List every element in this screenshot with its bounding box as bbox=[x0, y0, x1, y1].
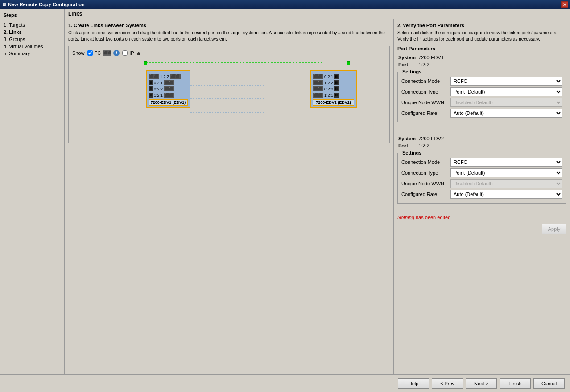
port-parameters-label: Port Parameters bbox=[397, 46, 566, 51]
system-label-edv2: 7200-EDV2 (EDV2) bbox=[313, 99, 354, 106]
apply-area: Apply bbox=[397, 224, 566, 234]
sidebar-item-links[interactable]: 2. Links bbox=[2, 29, 62, 36]
sidebar-title: Steps bbox=[2, 12, 62, 18]
show-bar: Show FC ⬛⬛ i IP 🖥 bbox=[72, 50, 386, 56]
system-label-1: System bbox=[398, 55, 417, 61]
content-area: Steps 1. Targets 2. Links 3. Groups 4. V… bbox=[0, 9, 570, 374]
unique-wwn-select-edv2[interactable]: Disabled (Default) Enabled bbox=[450, 179, 562, 188]
fc-icon: ⬛⬛ bbox=[103, 50, 111, 56]
settings-row-edv2-connmode: Connection Mode RCFC RCIP bbox=[401, 158, 562, 167]
sidebar-item-targets[interactable]: 1. Targets bbox=[2, 21, 62, 29]
sidebar-item-summary[interactable]: 5. Summary bbox=[2, 50, 62, 57]
conn-mode-label-edv2: Connection Mode bbox=[401, 159, 450, 165]
sidebar-item-virtual-volumes[interactable]: 4. Virtual Volumes bbox=[2, 43, 62, 50]
conf-rate-label-edv2: Configured Rate bbox=[401, 192, 450, 197]
system-label-2: System bbox=[398, 136, 417, 142]
port-info-table-edv2: System 7200-EDV2 Port 1:2:2 bbox=[397, 135, 446, 150]
sidebar-item-groups[interactable]: 3. Groups bbox=[2, 36, 62, 43]
show-label: Show bbox=[72, 50, 85, 56]
two-col-layout: 1. Create Links Between Systems Click a … bbox=[65, 19, 570, 374]
port-row-edv2-022: ⬛⬛ 0:2:2 🖥 bbox=[313, 86, 354, 91]
section1-title: 1. Create Links Between Systems bbox=[68, 23, 390, 28]
green-dot-left bbox=[144, 61, 147, 66]
right-port-edv1-122: ⬛⬛ bbox=[170, 74, 181, 79]
left-content: 1. Create Links Between Systems Click a … bbox=[65, 19, 394, 374]
unique-wwn-select-edv1[interactable]: Disabled (Default) Enabled bbox=[450, 98, 562, 107]
port-system-info-edv1: System 7200-EDV1 Port 1:2:2 bbox=[397, 54, 566, 69]
ip-checkbox[interactable] bbox=[122, 50, 128, 56]
unique-wwn-label-edv2: Unique Node WWN bbox=[401, 181, 450, 186]
port-row-edv2-121: ⬛⬛ 1:2:1 🖥 bbox=[313, 93, 354, 98]
green-dot-right bbox=[347, 61, 350, 66]
conf-rate-select-edv2[interactable]: Auto (Default) 1 Gbps 2 Gbps 4 Gbps 8 Gb… bbox=[450, 190, 562, 199]
conn-type-select-edv2[interactable]: Point (Default) Fabric bbox=[450, 168, 562, 177]
settings-row-edv1-wwn: Unique Node WWN Disabled (Default) Enabl… bbox=[401, 98, 562, 107]
main-container: Steps 1. Targets 2. Links 3. Groups 4. V… bbox=[0, 9, 570, 392]
settings-row-edv1-conntype: Connection Type Point (Default) Fabric bbox=[401, 87, 562, 96]
port-row-edv1-021: 🖥 0:2:1 ⬛⬛ bbox=[149, 80, 188, 85]
settings-row-edv1-rate: Configured Rate Auto (Default) 1 Gbps 2 … bbox=[401, 109, 562, 118]
port-system-info-edv2: System 7200-EDV2 Port 1:2:2 bbox=[397, 135, 566, 150]
port-value-edv2: 1:2:2 bbox=[418, 143, 446, 149]
window-title: New Remote Copy Configuration bbox=[8, 2, 561, 7]
cancel-button[interactable]: Cancel bbox=[533, 378, 565, 389]
conn-type-label-edv2: Connection Type bbox=[401, 170, 450, 176]
conn-mode-select-edv2[interactable]: RCFC RCIP bbox=[450, 158, 562, 167]
settings-group-edv2: Settings Connection Mode RCFC RCIP Conne… bbox=[397, 153, 566, 204]
port-label-2: Port bbox=[398, 143, 417, 149]
close-button[interactable]: ✕ bbox=[561, 1, 568, 8]
settings-row-edv1-connmode: Connection Mode RCFC RCIP bbox=[401, 77, 562, 86]
server-icon-edv1-022: 🖥 bbox=[149, 86, 153, 91]
server-icon-edv1-121: 🖥 bbox=[149, 93, 153, 98]
apply-button[interactable]: Apply bbox=[542, 224, 566, 234]
app-icon: 🖥 bbox=[2, 2, 6, 7]
port-row-edv2-021: ⬛⬛ 0:2:1 🖥 bbox=[313, 74, 354, 79]
divider-line bbox=[397, 209, 566, 209]
settings-row-edv2-conntype: Connection Type Point (Default) Fabric bbox=[401, 168, 562, 177]
settings-row-edv2-rate: Configured Rate Auto (Default) 1 Gbps 2 … bbox=[401, 190, 562, 199]
settings-label-edv1: Settings bbox=[401, 69, 422, 74]
bottom-bar: Help < Prev Next > Finish Cancel bbox=[0, 374, 570, 392]
sidebar: Steps 1. Targets 2. Links 3. Groups 4. V… bbox=[0, 9, 65, 374]
port-icon-edv2-021: ⬛⬛ bbox=[313, 74, 323, 79]
conn-type-select-edv1[interactable]: Point (Default) Fabric bbox=[450, 87, 562, 96]
port-section-edv2: System 7200-EDV2 Port 1:2:2 Settings bbox=[397, 135, 566, 204]
diagram-container: Show FC ⬛⬛ i IP 🖥 bbox=[68, 46, 390, 143]
unique-wwn-label-edv1: Unique Node WWN bbox=[401, 100, 450, 105]
server-icon-edv1-021: 🖥 bbox=[149, 80, 153, 85]
section1-desc: Click a port on one system icon and drag… bbox=[68, 30, 390, 42]
diagram-canvas: ⬛⬛ 1:2:2 ⬛⬛ 🖥 0:2:1 ⬛⬛ bbox=[72, 59, 386, 139]
status-message: Nothing has been edited bbox=[397, 213, 566, 222]
conn-type-label-edv1: Connection Type bbox=[401, 89, 450, 94]
port-label-1: Port bbox=[398, 62, 417, 68]
conn-mode-label-edv1: Connection Mode bbox=[401, 78, 450, 84]
right-content: 2. Verify the Port Parameters Select eac… bbox=[394, 19, 570, 374]
fc-checkbox[interactable] bbox=[87, 50, 93, 56]
prev-button[interactable]: < Prev bbox=[432, 378, 463, 389]
port-params-title: 2. Verify the Port Parameters bbox=[397, 23, 566, 28]
port-row-edv1-022: 🖥 0:2:2 ⬛⬛ bbox=[149, 86, 188, 91]
port-row-edv1-122: ⬛⬛ 1:2:2 ⬛⬛ bbox=[149, 74, 188, 79]
conn-mode-select-edv1[interactable]: RCFC RCIP bbox=[450, 77, 562, 86]
system-label-edv1: 7200-EDV1 (EDV1) bbox=[149, 99, 188, 106]
help-button[interactable]: Help bbox=[398, 378, 429, 389]
port-info-table-edv1: System 7200-EDV1 Port 1:2:2 bbox=[397, 54, 446, 69]
port-value-edv1: 1:2:2 bbox=[418, 62, 446, 68]
finish-button[interactable]: Finish bbox=[500, 378, 531, 389]
system-value-edv1: 7200-EDV1 bbox=[418, 55, 446, 61]
conf-rate-label-edv1: Configured Rate bbox=[401, 110, 450, 116]
port-params-desc: Select each link in the configuration di… bbox=[397, 30, 566, 42]
settings-label-edv2: Settings bbox=[401, 150, 422, 155]
fc-checkbox-label[interactable]: FC bbox=[87, 50, 101, 56]
system-box-edv2[interactable]: ⬛⬛ 0:2:1 🖥 ⬛⬛ 1:2:2 🖥 bbox=[310, 70, 357, 108]
info-icon: i bbox=[113, 50, 120, 56]
spacer bbox=[397, 128, 566, 135]
right-panel: Links 1. Create Links Between Systems Cl… bbox=[65, 9, 570, 374]
status-has-been: has been edited bbox=[414, 215, 450, 220]
system-box-edv1[interactable]: ⬛⬛ 1:2:2 ⬛⬛ 🖥 0:2:1 ⬛⬛ bbox=[146, 70, 190, 108]
panel-header: Links bbox=[65, 9, 570, 19]
conf-rate-select-edv1[interactable]: Auto (Default) 1 Gbps 2 Gbps 4 Gbps 8 Gb… bbox=[450, 109, 562, 118]
ip-checkbox-label[interactable]: IP bbox=[121, 50, 134, 56]
next-button[interactable]: Next > bbox=[466, 378, 497, 389]
status-nothing: Nothing bbox=[397, 215, 414, 220]
